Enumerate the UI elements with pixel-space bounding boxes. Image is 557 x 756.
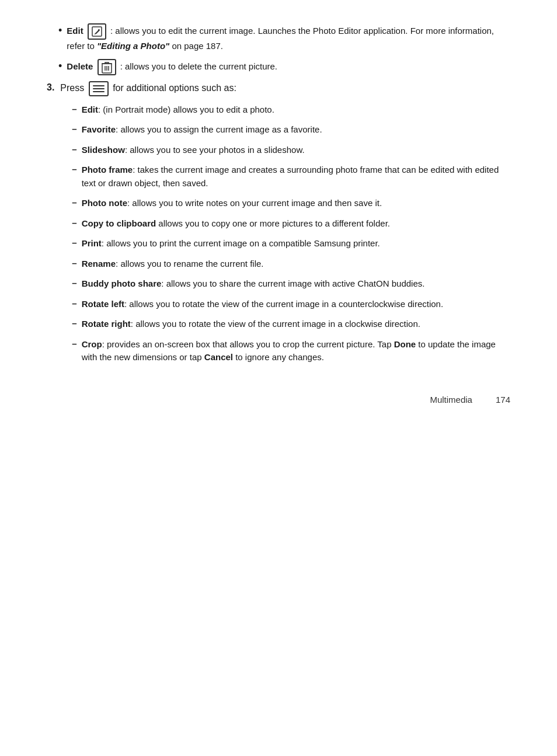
dash-copy-clipboard: – xyxy=(72,218,76,228)
sub-text-crop: Crop: provides an on-screen box that all… xyxy=(82,338,510,364)
sub-item-buddy-share: – Buddy photo share: allows you to share… xyxy=(60,277,510,291)
sub-item-crop: – Crop: provides an on-screen box that a… xyxy=(60,338,510,364)
dash-photo-note: – xyxy=(72,197,76,207)
footer-page-number: 174 xyxy=(496,395,510,405)
dash-print: – xyxy=(72,238,76,248)
menu-line-1 xyxy=(93,85,105,86)
edit-icon xyxy=(88,23,106,40)
step-number-3: 3. xyxy=(47,81,54,93)
sub-item-favorite: – Favorite: allows you to assign the cur… xyxy=(60,123,510,137)
sub-item-rotate-left: – Rotate left: allows you to rotate the … xyxy=(60,298,510,311)
dash-photo-frame: – xyxy=(72,164,76,174)
sub-item-photo-note: – Photo note: allows you to write notes … xyxy=(60,197,510,210)
sub-label-edit: Edit xyxy=(82,104,98,114)
sub-text-photo-frame: Photo frame: takes the current image and… xyxy=(82,163,510,190)
bullet-item-edit: • Edit : allows you to edit the current … xyxy=(47,23,510,53)
sub-label-buddy-share: Buddy photo share xyxy=(82,278,162,288)
edit-label: Edit xyxy=(67,26,83,36)
sub-label-favorite: Favorite xyxy=(82,124,116,134)
edit-description: : allows you to edit the current image. … xyxy=(67,26,494,51)
sub-text-edit: Edit: (in Portrait mode) allows you to e… xyxy=(82,103,274,117)
editing-photo-ref: "Editing a Photo" xyxy=(97,41,169,51)
sub-text-slideshow: Slideshow: allows you to see your photos… xyxy=(82,144,305,157)
sub-label-print: Print xyxy=(82,238,102,248)
sub-label-photo-frame: Photo frame xyxy=(82,165,133,175)
delete-label: Delete xyxy=(67,61,93,71)
bullet-dot-delete: • xyxy=(58,60,62,72)
sub-text-rename: Rename: allows you to rename the current… xyxy=(82,257,264,271)
sub-label-rotate-right: Rotate right xyxy=(82,319,131,329)
bullet-list: • Edit : allows you to edit the current … xyxy=(47,23,510,75)
delete-description: : allows you to delete the current pictu… xyxy=(120,61,277,71)
delete-icon xyxy=(98,59,116,75)
step-press-text: Press xyxy=(60,83,86,93)
bullet-item-delete: • Delete : allows you to delete the curr… xyxy=(47,59,510,75)
sub-options-list: – Edit: (in Portrait mode) allows you to… xyxy=(60,103,510,364)
sub-text-rotate-right: Rotate right: allows you to rotate the v… xyxy=(82,318,420,331)
page-footer: Multimedia 174 xyxy=(47,389,510,405)
sub-item-copy-clipboard: – Copy to clipboard allows you to copy o… xyxy=(60,217,510,231)
sub-item-photo-frame: – Photo frame: takes the current image a… xyxy=(60,163,510,190)
sub-text-buddy-share: Buddy photo share: allows you to share t… xyxy=(82,277,425,291)
step-3-header: Press for additional options such as: xyxy=(60,81,510,96)
sub-label-rotate-left: Rotate left xyxy=(82,299,124,309)
sub-label-crop: Crop xyxy=(82,339,102,349)
dash-rename: – xyxy=(72,258,76,268)
sub-item-print: – Print: allows you to print the current… xyxy=(60,237,510,250)
sub-label-slideshow: Slideshow xyxy=(82,145,125,155)
menu-icon xyxy=(89,81,109,96)
step-3: 3. Press for additional options such as:… xyxy=(47,81,510,371)
sub-label-photo-note: Photo note xyxy=(82,198,127,208)
step-suffix-text: for additional options such as: xyxy=(113,83,236,93)
footer-section: Multimedia xyxy=(430,395,472,405)
sub-text-favorite: Favorite: allows you to assign the curre… xyxy=(82,123,322,137)
dash-crop: – xyxy=(72,339,76,349)
sub-text-photo-note: Photo note: allows you to write notes on… xyxy=(82,197,382,210)
dash-slideshow: – xyxy=(72,144,76,154)
sub-text-copy-clipboard: Copy to clipboard allows you to copy one… xyxy=(82,217,390,231)
done-label: Done xyxy=(394,339,416,349)
sub-label-rename: Rename xyxy=(82,259,116,269)
dash-buddy-share: – xyxy=(72,278,76,288)
dash-edit: – xyxy=(72,104,76,114)
sub-item-slideshow: – Slideshow: allows you to see your phot… xyxy=(60,144,510,157)
cancel-label: Cancel xyxy=(204,352,233,362)
menu-line-2 xyxy=(93,88,105,89)
page-content: • Edit : allows you to edit the current … xyxy=(47,23,510,405)
sub-item-rename: – Rename: allows you to rename the curre… xyxy=(60,257,510,271)
menu-line-3 xyxy=(93,91,105,92)
sub-text-print: Print: allows you to print the current i… xyxy=(82,237,380,250)
bullet-text-delete: Delete : allows you to delete the curren… xyxy=(67,59,277,75)
bullet-text-edit: Edit : allows you to edit the current im… xyxy=(67,23,510,53)
bullet-dot-edit: • xyxy=(58,25,62,37)
sub-text-rotate-left: Rotate left: allows you to rotate the vi… xyxy=(82,298,443,311)
dash-rotate-left: – xyxy=(72,298,76,308)
sub-item-edit: – Edit: (in Portrait mode) allows you to… xyxy=(60,103,510,117)
dash-favorite: – xyxy=(72,124,76,134)
sub-label-copy-clipboard: Copy to clipboard xyxy=(82,218,156,228)
step-3-content: Press for additional options such as: – … xyxy=(60,81,510,371)
dash-rotate-right: – xyxy=(72,318,76,328)
sub-item-rotate-right: – Rotate right: allows you to rotate the… xyxy=(60,318,510,331)
